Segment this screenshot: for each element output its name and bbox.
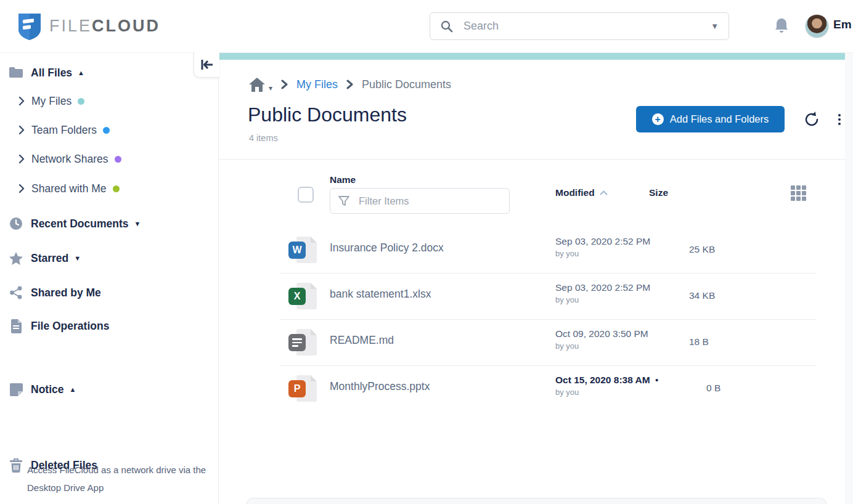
sidebar-item-label: Deleted Files bbox=[31, 459, 97, 472]
modified-date: Oct 09, 2020 3:50 PM bbox=[555, 328, 648, 339]
collapse-caret-icon[interactable]: ▲ bbox=[69, 386, 76, 393]
expand-caret-icon[interactable]: ▼ bbox=[74, 254, 81, 262]
sidebar-item-label: My Files bbox=[31, 95, 71, 108]
file-modified: Oct 15, 2020 8:38 AM • by you bbox=[555, 375, 658, 397]
expand-caret-icon[interactable]: ▼ bbox=[134, 220, 141, 227]
file-row[interactable]: X bank statement1.xlsx Sep 03, 2020 2:52… bbox=[280, 273, 817, 320]
team-folders-status-dot bbox=[103, 127, 110, 134]
file-size: 18 B bbox=[689, 336, 709, 348]
sidebar-item-label: Recent Documents bbox=[31, 217, 129, 230]
refresh-icon[interactable] bbox=[803, 111, 820, 128]
document-icon bbox=[9, 319, 23, 333]
sidebar: All Files ▲ My Files Team Folders Networ… bbox=[0, 52, 219, 504]
sidebar-item-label: Network Shares bbox=[31, 153, 108, 166]
modified-column-header[interactable]: Modified bbox=[555, 187, 608, 198]
file-row[interactable]: P MonthlyProcess.pptx Oct 15, 2020 8:38 … bbox=[280, 365, 817, 412]
add-files-button[interactable]: + Add Files and Folders bbox=[636, 106, 785, 132]
breadcrumb-home[interactable]: ▾ bbox=[248, 77, 272, 92]
sidebar-item-label: Notice bbox=[31, 383, 63, 396]
sidebar-item-notice[interactable]: Notice ▲ bbox=[0, 378, 76, 400]
modified-date: Oct 15, 2020 8:38 AM bbox=[555, 375, 650, 385]
modified-date: Sep 03, 2020 2:52 PM bbox=[555, 282, 650, 293]
file-name[interactable]: README.md bbox=[330, 334, 394, 347]
sidebar-item-label: Shared with Me bbox=[31, 182, 107, 195]
user-avatar[interactable] bbox=[805, 14, 829, 38]
breadcrumb: ▾ My Files Public Documents bbox=[248, 75, 451, 94]
notifications-bell-icon[interactable] bbox=[773, 17, 790, 35]
my-files-status-dot bbox=[78, 98, 84, 105]
more-options-kebab-icon[interactable] bbox=[833, 111, 846, 128]
plus-icon: + bbox=[652, 113, 664, 125]
file-modified: Oct 09, 2020 3:50 PM by you bbox=[555, 328, 648, 351]
collapse-caret-icon[interactable]: ▲ bbox=[78, 69, 84, 76]
file-name[interactable]: Insurance Policy 2.docx bbox=[330, 242, 444, 254]
file-size: 0 B bbox=[706, 383, 720, 394]
breadcrumb-current: Public Documents bbox=[362, 78, 451, 91]
share-icon bbox=[9, 286, 23, 299]
file-name[interactable]: MonthlyProcess.pptx bbox=[330, 380, 430, 393]
chevron-right-icon[interactable] bbox=[18, 155, 25, 163]
sidebar-item-file-operations[interactable]: File Operations bbox=[0, 315, 109, 337]
sidebar-item-label: Team Folders bbox=[31, 124, 97, 137]
excel-file-icon: X bbox=[288, 282, 318, 311]
filecloud-wordmark: FILECLOUD bbox=[49, 17, 160, 36]
sidebar-item-shared-by-me[interactable]: Shared by Me bbox=[0, 282, 101, 304]
file-name[interactable]: bank statement1.xlsx bbox=[330, 288, 431, 301]
chevron-right-icon[interactable] bbox=[18, 97, 25, 105]
size-column-header[interactable]: Size bbox=[649, 187, 668, 198]
name-column-header[interactable]: Name bbox=[330, 174, 356, 185]
modified-by: by you bbox=[555, 388, 658, 397]
file-row[interactable]: W Insurance Policy 2.docx Sep 03, 2020 2… bbox=[280, 227, 817, 274]
filter-items-input[interactable] bbox=[357, 195, 502, 208]
add-files-button-label: Add Files and Folders bbox=[670, 113, 769, 125]
unread-dot: • bbox=[655, 375, 658, 385]
word-file-icon: W bbox=[288, 235, 318, 265]
file-row[interactable]: README.md Oct 09, 2020 3:50 PM by you 18… bbox=[280, 319, 817, 366]
sidebar-item-all-files[interactable]: All Files ▲ bbox=[0, 62, 84, 84]
notice-note-icon bbox=[9, 383, 23, 396]
modified-by: by you bbox=[555, 249, 650, 258]
search-icon bbox=[440, 20, 454, 33]
filter-items-box bbox=[330, 188, 510, 214]
filter-funnel-icon bbox=[338, 195, 350, 207]
breadcrumb-separator-icon bbox=[281, 79, 288, 89]
modified-date: Sep 03, 2020 2:52 PM bbox=[555, 236, 650, 247]
sidebar-item-my-files[interactable]: My Files bbox=[0, 90, 84, 112]
file-size: 25 KB bbox=[689, 244, 715, 255]
sidebar-item-starred[interactable]: Starred ▼ bbox=[0, 247, 81, 269]
modified-by: by you bbox=[555, 295, 650, 304]
sidebar-item-label: File Operations bbox=[31, 320, 109, 333]
chevron-right-icon[interactable] bbox=[18, 126, 25, 134]
breadcrumb-my-files-link[interactable]: My Files bbox=[296, 78, 338, 91]
home-dropdown-caret-icon[interactable]: ▾ bbox=[269, 84, 272, 92]
sidebar-collapse-button[interactable] bbox=[194, 52, 219, 78]
right-gutter bbox=[845, 52, 853, 504]
user-name[interactable]: Em bbox=[833, 18, 852, 31]
collapse-sidebar-icon bbox=[200, 59, 214, 71]
search-input[interactable] bbox=[462, 19, 711, 33]
clock-icon bbox=[9, 217, 23, 230]
header-divider bbox=[219, 159, 845, 160]
home-icon bbox=[248, 77, 266, 92]
sidebar-item-recent-documents[interactable]: Recent Documents ▼ bbox=[0, 213, 141, 235]
search-scope-caret-icon[interactable]: ▼ bbox=[711, 22, 719, 31]
select-all-checkbox[interactable] bbox=[298, 187, 314, 203]
modified-header-label: Modified bbox=[555, 187, 595, 198]
sidebar-item-network-shares[interactable]: Network Shares bbox=[0, 148, 121, 170]
item-count: 4 items bbox=[249, 133, 278, 143]
filecloud-logo[interactable]: FILECLOUD bbox=[17, 11, 160, 41]
file-size: 34 KB bbox=[689, 290, 715, 301]
sidebar-item-team-folders[interactable]: Team Folders bbox=[0, 119, 110, 141]
chevron-right-icon[interactable] bbox=[18, 184, 25, 193]
grid-view-toggle-icon[interactable] bbox=[791, 185, 806, 201]
file-modified: Sep 03, 2020 2:52 PM by you bbox=[555, 282, 650, 304]
powerpoint-file-icon: P bbox=[288, 374, 318, 404]
accent-top-bar bbox=[219, 52, 845, 60]
breadcrumb-separator-icon bbox=[346, 79, 353, 89]
folder-icon bbox=[9, 67, 23, 79]
sidebar-item-shared-with-me[interactable]: Shared with Me bbox=[0, 177, 120, 200]
star-icon bbox=[9, 251, 23, 266]
sidebar-item-deleted-files[interactable]: Deleted Files bbox=[0, 454, 97, 476]
bottom-panel-edge bbox=[247, 498, 826, 504]
shared-with-me-status-dot bbox=[113, 185, 120, 192]
